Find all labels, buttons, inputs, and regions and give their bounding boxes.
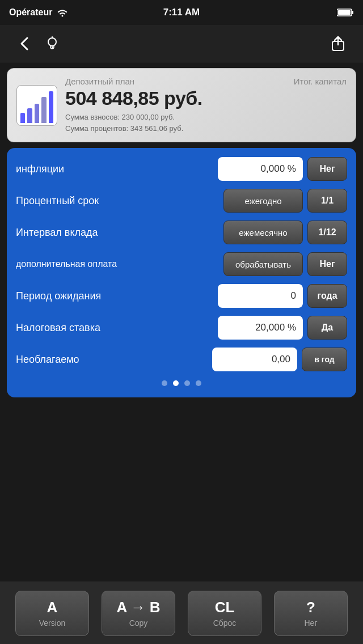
chart-thumbnail <box>16 85 57 126</box>
inflation-row: инфляции Нег <box>16 156 347 182</box>
toolbar-btn-label-3: Нег <box>304 618 317 628</box>
tax-free-row: Необлагаемо в год <box>16 346 347 372</box>
back-button[interactable] <box>11 31 39 56</box>
tax-free-btn[interactable]: в год <box>302 348 347 371</box>
extra-payment-row: дополнительная оплата обрабатывать Нег <box>16 251 347 277</box>
svg-point-3 <box>48 38 56 46</box>
deposit-interval-label: Интервал вклада <box>16 227 223 239</box>
tax-rate-label: Налоговая ставка <box>16 322 218 334</box>
toolbar-btn-letter-3: ? <box>306 599 315 616</box>
toolbar-btn-3[interactable]: ? Нег <box>274 591 348 636</box>
waiting-period-label: Период ожидания <box>16 290 218 302</box>
deposit-interval-select[interactable]: ежемесячно <box>223 221 303 244</box>
carrier-label: Opérateur <box>9 7 52 18</box>
page-dot-0[interactable] <box>162 380 167 386</box>
chart-bar <box>35 104 39 123</box>
extra-payment-select[interactable]: обрабатывать <box>223 252 303 276</box>
tax-free-label: Необлагаемо <box>16 354 212 366</box>
status-bar: Opérateur 7:11 AM <box>0 0 363 25</box>
status-bar-time: 7:11 AM <box>163 7 200 18</box>
deposit-interval-btn[interactable]: 1/12 <box>307 221 347 244</box>
chart-bar <box>27 108 32 123</box>
tax-rate-input[interactable] <box>218 316 303 340</box>
nav-bar <box>0 25 363 62</box>
summary-labels: Депозитный план Итог. капитал <box>65 77 347 86</box>
svg-rect-2 <box>338 10 351 15</box>
summary-amount: 504 848,85 руб. <box>65 87 347 109</box>
interest-period-select[interactable]: ежегодно <box>223 189 303 213</box>
summary-card: Депозитный план Итог. капитал 504 848,85… <box>7 68 356 142</box>
toolbar-btn-2[interactable]: CL Сброс <box>188 591 261 636</box>
interest-period-row: Процентный срок ежегодно 1/1 <box>16 188 347 214</box>
deposit-interval-row: Интервал вклада ежемесячно 1/12 <box>16 219 347 245</box>
chart-bar <box>20 113 25 123</box>
page-dots <box>16 380 347 386</box>
toolbar-btn-1[interactable]: A → B Copy <box>102 591 175 636</box>
toolbar-btn-letter-0: A <box>47 599 58 616</box>
chart-bar <box>49 91 53 123</box>
toolbar-btn-letter-2: CL <box>215 599 235 616</box>
svg-rect-1 <box>352 11 353 14</box>
status-bar-left: Opérateur <box>9 7 68 18</box>
waiting-period-row: Период ожидания года <box>16 283 347 309</box>
page-dot-3[interactable] <box>196 380 201 386</box>
status-bar-right <box>337 8 354 17</box>
interest-period-label: Процентный срок <box>16 195 223 207</box>
bottom-toolbar: A Version A → B Copy CL Сброс ? Нег <box>0 582 363 644</box>
waiting-period-btn[interactable]: года <box>307 284 347 308</box>
plan-label: Депозитный план <box>65 77 134 86</box>
tax-rate-row: Налоговая ставка Да <box>16 315 347 341</box>
page-dot-2[interactable] <box>184 380 190 386</box>
toolbar-btn-letter-1: A → B <box>116 599 160 616</box>
detail-contributions: Сумма взносов: 230 000,00 руб. <box>65 112 347 123</box>
toolbar-btn-label-2: Сброс <box>213 618 237 628</box>
toolbar-btn-label-0: Version <box>39 618 66 628</box>
extra-payment-label: дополнительная оплата <box>16 259 223 269</box>
page-dot-1[interactable] <box>173 380 179 386</box>
chart-bar <box>41 97 46 123</box>
battery-icon <box>337 8 354 17</box>
bulb-button[interactable] <box>39 31 66 56</box>
inflation-label: инфляции <box>16 163 218 175</box>
waiting-period-input[interactable] <box>218 284 303 308</box>
interest-period-btn[interactable]: 1/1 <box>307 189 347 213</box>
detail-interest: Сумма процентов: 343 561,06 руб. <box>65 123 347 134</box>
tax-rate-btn[interactable]: Да <box>307 316 347 340</box>
main-panel: инфляции Нег Процентный срок ежегодно 1/… <box>7 148 356 397</box>
tax-free-input[interactable] <box>212 348 297 371</box>
summary-info: Депозитный план Итог. капитал 504 848,85… <box>65 77 347 134</box>
toolbar-btn-0[interactable]: A Version <box>15 591 89 636</box>
wifi-icon <box>57 8 68 17</box>
share-button[interactable] <box>324 31 352 56</box>
toolbar-btn-label-1: Copy <box>129 618 148 628</box>
summary-details: Сумма взносов: 230 000,00 руб. Сумма про… <box>65 112 347 134</box>
extra-payment-btn[interactable]: Нег <box>307 252 347 276</box>
capital-label: Итог. капитал <box>294 77 347 86</box>
inflation-input[interactable] <box>218 157 303 181</box>
inflation-neg-button[interactable]: Нег <box>307 157 347 181</box>
